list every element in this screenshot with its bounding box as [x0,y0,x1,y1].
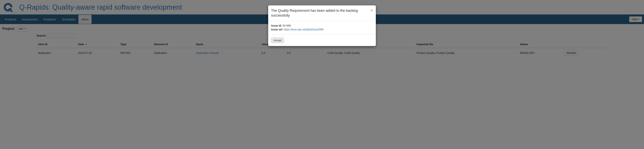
modal-footer: Accept [268,35,376,46]
close-icon[interactable]: × [371,8,373,12]
modal-body: Issue id: ID-999 Issue url: https://essi… [268,21,376,34]
modal-title: The Quality Requirement has been added t… [271,8,371,18]
issue-url-link[interactable]: https://essi.upc.edu/jira/issue/999 [284,28,324,31]
issue-id-row: Issue id: ID-999 [271,24,373,28]
issue-id-label: Issue id: [271,24,282,27]
issue-url-row: Issue url: https://essi.upc.edu/jira/iss… [271,28,373,32]
issue-id-value: ID-999 [283,24,291,27]
modal-header: The Quality Requirement has been added t… [268,6,376,21]
modal-dialog: The Quality Requirement has been added t… [268,6,376,46]
accept-button[interactable]: Accept [271,38,284,43]
issue-url-label: Issue url: [271,28,283,31]
